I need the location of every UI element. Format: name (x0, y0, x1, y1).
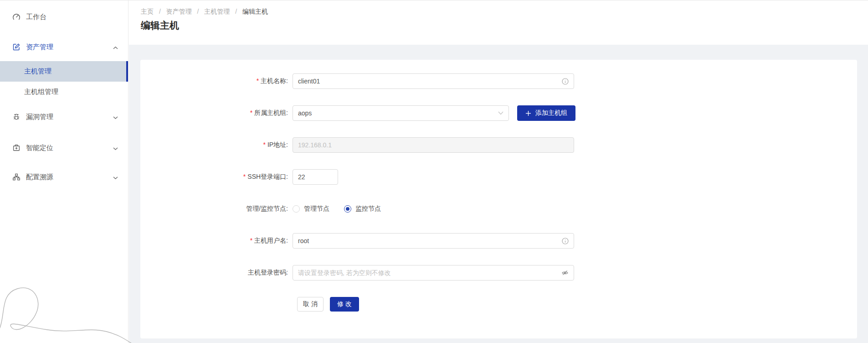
content-area: *主机名称: *所属主机组: (129, 45, 868, 343)
add-host-group-label: 添加主机组 (535, 109, 567, 117)
sidebar-item-label: 配置溯源 (26, 173, 53, 182)
sidebar-item-intelligent-location[interactable]: 智能定位 (0, 139, 128, 157)
host-username-input[interactable] (298, 237, 558, 244)
required-marker: * (243, 173, 246, 180)
form-row-node-type: 管理/监控节点: 管理节点 监控节点 (140, 201, 857, 217)
bug-icon (12, 113, 21, 121)
breadcrumb-separator: / (159, 8, 161, 15)
form-row-host-password: 主机登录密码: (140, 265, 857, 281)
info-circle-icon (562, 238, 569, 244)
active-indicator-bar (126, 61, 128, 82)
sidebar-subitem-host-management[interactable]: 主机管理 (0, 61, 128, 82)
sidebar-item-label: 主机管理 (24, 67, 51, 76)
sidebar-subitem-hostgroup-management[interactable]: 主机组管理 (0, 82, 128, 102)
radio-circle-icon (344, 205, 351, 213)
chevron-down-icon (113, 144, 118, 152)
page-title: 编辑主机 (141, 19, 179, 32)
host-username-field-wrap (293, 233, 574, 249)
edit-host-form-card: *主机名称: *所属主机组: (140, 60, 857, 338)
form-row-host-name: *主机名称: (140, 73, 857, 89)
required-marker: * (263, 141, 265, 148)
select-chevron-down-icon (498, 111, 503, 115)
required-marker: * (250, 237, 252, 244)
decorative-squiggle (0, 282, 132, 343)
form-row-ip-address: *IP地址: (140, 137, 857, 153)
node-type-radio-group: 管理节点 监控节点 (293, 205, 395, 213)
form-row-host-username: *主机用户名: (140, 233, 857, 249)
field-label: *SSH登录端口: (140, 173, 293, 181)
submit-modify-button[interactable]: 修 改 (330, 297, 359, 312)
breadcrumb-assets[interactable]: 资产管理 (166, 8, 192, 15)
radio-circle-icon (293, 205, 300, 213)
radio-label: 管理节点 (304, 205, 329, 213)
breadcrumb-home[interactable]: 主页 (141, 8, 154, 15)
dashboard-icon (12, 13, 21, 21)
breadcrumb-separator: / (197, 8, 199, 15)
ip-address-field-wrap (293, 137, 574, 153)
page-header: 主页 / 资产管理 / 主机管理 / 编辑主机 编辑主机 (129, 0, 868, 45)
chevron-down-icon (113, 173, 118, 181)
host-group-select[interactable]: aops (293, 105, 509, 121)
host-group-selected-value: aops (298, 109, 312, 117)
sidebar-item-config-tracing[interactable]: 配置溯源 (0, 168, 128, 186)
sidebar-item-label: 智能定位 (26, 144, 53, 152)
chevron-up-icon (113, 43, 118, 51)
sidebar-item-label: 主机组管理 (24, 88, 58, 96)
radio-label: 监控节点 (355, 205, 381, 213)
form-row-ssh-port: *SSH登录端口: (140, 169, 857, 185)
required-marker: * (257, 77, 259, 84)
field-label: 管理/监控节点: (140, 205, 293, 213)
form-actions: 取 消 修 改 (297, 297, 857, 312)
sidebar-item-label: 漏洞管理 (26, 113, 53, 121)
breadcrumb-separator: / (235, 8, 237, 15)
form-edit-icon (12, 43, 21, 51)
radio-monitor-node[interactable]: 监控节点 (344, 205, 381, 213)
ip-address-input (298, 141, 569, 149)
sidebar-item-label: 工作台 (26, 13, 46, 21)
field-label: *主机名称: (140, 77, 293, 85)
plus-icon (525, 110, 531, 116)
field-label: *所属主机组: (140, 109, 293, 117)
host-name-input[interactable] (298, 78, 558, 85)
required-marker: * (250, 109, 252, 116)
chevron-down-icon (113, 113, 118, 121)
ssh-port-input[interactable] (298, 173, 380, 181)
host-password-field-wrap (293, 265, 574, 281)
ssh-port-field-wrap (293, 169, 338, 185)
form-row-host-group: *所属主机组: aops 添加主机组 (140, 105, 857, 121)
sidebar-item-workbench[interactable]: 工作台 (0, 8, 128, 26)
radio-management-node[interactable]: 管理节点 (293, 205, 329, 213)
field-label: *主机用户名: (140, 237, 293, 245)
field-label: 主机登录密码: (140, 269, 293, 277)
breadcrumb-host-management[interactable]: 主机管理 (204, 8, 230, 15)
medicine-box-icon (12, 144, 21, 152)
field-label: *IP地址: (140, 141, 293, 149)
info-circle-icon (562, 78, 569, 85)
apartment-icon (12, 173, 21, 181)
breadcrumb-current: 编辑主机 (242, 8, 268, 15)
breadcrumb: 主页 / 资产管理 / 主机管理 / 编辑主机 (141, 8, 268, 16)
sidebar-item-label: 资产管理 (26, 43, 53, 52)
app-window: 工作台 资产管理 主机管理 主机组管理 (0, 0, 868, 343)
add-host-group-button[interactable]: 添加主机组 (517, 105, 575, 121)
eye-invisible-icon[interactable] (561, 269, 569, 276)
sidebar: 工作台 资产管理 主机管理 主机组管理 (0, 0, 128, 343)
host-password-input[interactable] (298, 269, 558, 276)
sidebar-item-vulnerability[interactable]: 漏洞管理 (0, 108, 128, 126)
sidebar-item-assets[interactable]: 资产管理 (0, 38, 128, 56)
host-name-field-wrap (293, 73, 574, 89)
cancel-button[interactable]: 取 消 (297, 297, 324, 312)
